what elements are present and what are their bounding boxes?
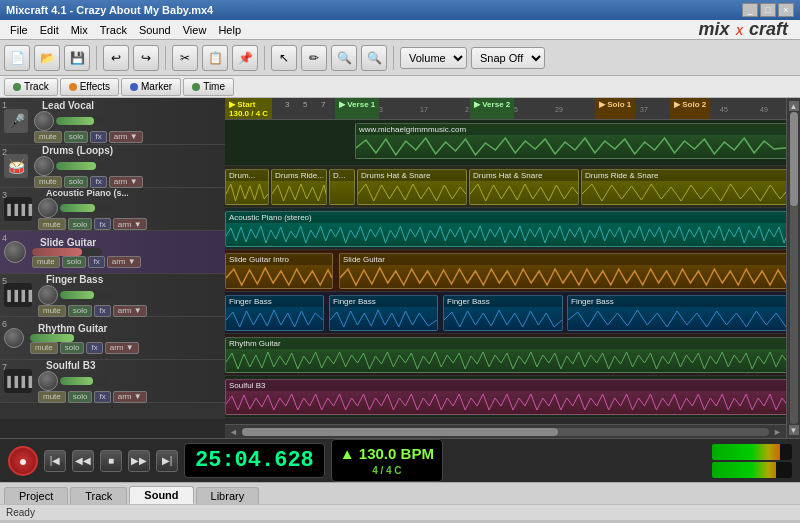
menu-help[interactable]: Help: [212, 22, 247, 38]
arm-btn-4[interactable]: arm ▼: [107, 256, 141, 268]
volume-knob-7[interactable]: [38, 371, 58, 391]
tab-sound[interactable]: Sound: [129, 486, 193, 504]
mute-btn-5[interactable]: mute: [38, 305, 66, 317]
track-info-2[interactable]: 2 🥁 Drums (Loops) mute solo fx arm ▼: [0, 145, 225, 187]
track-tab[interactable]: Track: [4, 78, 58, 96]
arm-btn-1[interactable]: arm ▼: [109, 131, 143, 143]
volume-knob-1[interactable]: [34, 111, 54, 131]
mute-btn-2[interactable]: mute: [34, 176, 62, 188]
stop-button[interactable]: ■: [100, 450, 122, 472]
volume-knob-4-left[interactable]: [4, 241, 26, 263]
volume-knob-2[interactable]: [34, 156, 54, 176]
track-info-4[interactable]: 4 Slide Guitar mute solo fx arm ▼: [0, 231, 225, 273]
fx-btn-2[interactable]: fx: [90, 176, 106, 188]
scroll-left-arrow[interactable]: ◄: [229, 427, 238, 437]
close-button[interactable]: ×: [778, 3, 794, 17]
timeline-area[interactable]: ▶ Start130.0 / 4 C ▶ Verse 1 ▶ Verse 2 ▶…: [225, 98, 786, 438]
solo-btn-2[interactable]: solo: [64, 176, 89, 188]
waveform-track-1[interactable]: www.michaelgrimmmusic.com: [225, 120, 786, 166]
new-button[interactable]: 📄: [4, 45, 30, 71]
tab-library[interactable]: Library: [196, 487, 260, 504]
play-button[interactable]: ▶▶: [128, 450, 150, 472]
horizontal-scrollbar[interactable]: ◄ ►: [225, 424, 786, 438]
fx-btn-4[interactable]: fx: [88, 256, 104, 268]
redo-button[interactable]: ↪: [133, 45, 159, 71]
clip-bass-3[interactable]: Finger Bass: [443, 295, 563, 331]
fx-btn-6[interactable]: fx: [86, 342, 102, 354]
paste-button[interactable]: 📌: [232, 45, 258, 71]
vol-slider-2[interactable]: [56, 162, 106, 170]
vol-slider-5[interactable]: [60, 291, 110, 299]
clip-bass-1[interactable]: Finger Bass: [225, 295, 324, 331]
clip-guitar-1[interactable]: Slide Guitar Intro: [225, 253, 333, 289]
cut-button[interactable]: ✂: [172, 45, 198, 71]
mute-btn-6[interactable]: mute: [30, 342, 58, 354]
solo-btn-1[interactable]: solo: [64, 131, 89, 143]
clip-piano-1[interactable]: Acoustic Piano (stereo): [225, 211, 786, 247]
arm-btn-6[interactable]: arm ▼: [105, 342, 139, 354]
volume-knob-3[interactable]: [38, 198, 58, 218]
track-info-7[interactable]: 7 ▐▐▐▐ Soulful B3 mute solo fx arm ▼: [0, 360, 225, 402]
maximize-button[interactable]: □: [760, 3, 776, 17]
zoom-out-button[interactable]: 🔍: [361, 45, 387, 71]
copy-button[interactable]: 📋: [202, 45, 228, 71]
track-info-3[interactable]: 3 ▐▐▐▐ Acoustic Piano (s... mute solo fx: [0, 188, 225, 230]
vol-slider-1[interactable]: [56, 117, 106, 125]
mute-btn-4[interactable]: mute: [32, 256, 60, 268]
solo-btn-4[interactable]: solo: [62, 256, 87, 268]
menu-sound[interactable]: Sound: [133, 22, 177, 38]
tab-project[interactable]: Project: [4, 487, 68, 504]
waveform-track-7[interactable]: Soulful B3: [225, 376, 786, 418]
pointer-tool[interactable]: ↖: [271, 45, 297, 71]
clip-drums-6[interactable]: Drums Ride & Snare: [581, 169, 786, 205]
vol-slider-7[interactable]: [60, 377, 110, 385]
clip-rhythm-1[interactable]: Rhythm Guitar: [225, 337, 786, 373]
track-info-6[interactable]: 6 Rhythm Guitar mute solo fx arm ▼: [0, 317, 225, 359]
menu-view[interactable]: View: [177, 22, 213, 38]
vol-slider-4[interactable]: [32, 248, 102, 256]
v-scroll-thumb[interactable]: [790, 112, 798, 206]
open-button[interactable]: 📂: [34, 45, 60, 71]
undo-button[interactable]: ↩: [103, 45, 129, 71]
mute-btn-1[interactable]: mute: [34, 131, 62, 143]
clip-bass-4[interactable]: Finger Bass: [567, 295, 786, 331]
zoom-in-button[interactable]: 🔍: [331, 45, 357, 71]
snap-dropdown[interactable]: Snap Off Snap On: [471, 47, 545, 69]
fx-btn-1[interactable]: fx: [90, 131, 106, 143]
mute-btn-3[interactable]: mute: [38, 218, 66, 230]
record-button[interactable]: ●: [8, 446, 38, 476]
vol-slider-3[interactable]: [60, 204, 110, 212]
track-info-1[interactable]: 1 🎤 Lead Vocal mute solo fx arm ▼: [0, 98, 225, 144]
scroll-track[interactable]: [242, 428, 769, 436]
clip-vocal-1[interactable]: www.michaelgrimmmusic.com: [355, 123, 786, 159]
solo-btn-3[interactable]: solo: [68, 218, 93, 230]
arm-btn-5[interactable]: arm ▼: [113, 305, 147, 317]
pencil-tool[interactable]: ✏: [301, 45, 327, 71]
marker-tab[interactable]: Marker: [121, 78, 181, 96]
arm-btn-7[interactable]: arm ▼: [113, 391, 147, 403]
scroll-up-arrow[interactable]: ▲: [789, 101, 799, 111]
skip-forward-button[interactable]: ▶|: [156, 450, 178, 472]
arm-btn-3[interactable]: arm ▼: [113, 218, 147, 230]
clip-drums-1[interactable]: Drum...: [225, 169, 269, 205]
scroll-right-arrow[interactable]: ►: [773, 427, 782, 437]
waveform-track-3[interactable]: Acoustic Piano (stereo): [225, 208, 786, 250]
volume-dropdown[interactable]: Volume: [400, 47, 467, 69]
clip-drums-3[interactable]: D...: [329, 169, 355, 205]
fx-btn-3[interactable]: fx: [94, 218, 110, 230]
clip-drums-4[interactable]: Drums Hat & Snare: [357, 169, 467, 205]
menu-track[interactable]: Track: [94, 22, 133, 38]
clip-drums-5[interactable]: Drums Hat & Snare: [469, 169, 579, 205]
clip-drums-2[interactable]: Drums Ride...: [271, 169, 327, 205]
fx-btn-7[interactable]: fx: [94, 391, 110, 403]
waveform-track-6[interactable]: Rhythm Guitar: [225, 334, 786, 376]
tab-track[interactable]: Track: [70, 487, 127, 504]
waveform-track-5[interactable]: Finger Bass Finger Bass Finger Bass Fing…: [225, 292, 786, 334]
clip-soulful-1[interactable]: Soulful B3: [225, 379, 786, 415]
solo-btn-6[interactable]: solo: [60, 342, 85, 354]
effects-tab[interactable]: Effects: [60, 78, 119, 96]
fx-btn-5[interactable]: fx: [94, 305, 110, 317]
menu-mix[interactable]: Mix: [65, 22, 94, 38]
waveform-track-4[interactable]: Slide Guitar Intro Slide Guitar: [225, 250, 786, 292]
track-info-5[interactable]: 5 ▐▐▐▐ Finger Bass mute solo fx arm ▼: [0, 274, 225, 316]
